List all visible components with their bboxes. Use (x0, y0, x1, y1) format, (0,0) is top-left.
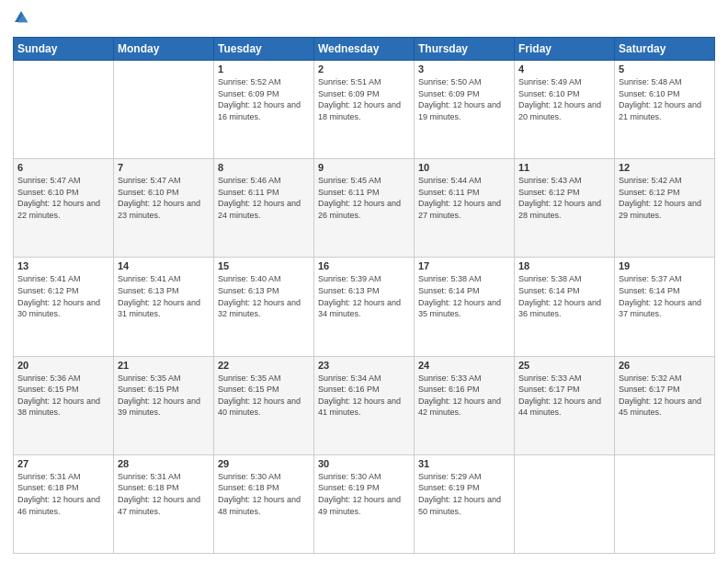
day-number: 1 (218, 63, 310, 75)
calendar-cell: 10Sunrise: 5:44 AMSunset: 6:11 PMDayligh… (415, 159, 515, 258)
day-number: 18 (518, 260, 610, 271)
calendar-cell: 18Sunrise: 5:38 AMSunset: 6:14 PMDayligh… (515, 258, 615, 356)
calendar-cell: 29Sunrise: 5:30 AMSunset: 6:18 PMDayligh… (214, 454, 314, 553)
day-info: Sunrise: 5:29 AMSunset: 6:19 PMDaylight:… (418, 471, 510, 517)
day-number: 20 (17, 360, 109, 371)
calendar-cell: 16Sunrise: 5:39 AMSunset: 6:13 PMDayligh… (314, 258, 415, 356)
day-info: Sunrise: 5:42 AMSunset: 6:12 PMDaylight:… (619, 175, 711, 221)
day-info: Sunrise: 5:30 AMSunset: 6:19 PMDaylight:… (318, 471, 410, 517)
calendar-cell: 4Sunrise: 5:49 AMSunset: 6:10 PMDaylight… (515, 61, 615, 159)
header (13, 9, 715, 29)
day-number: 2 (318, 63, 410, 75)
calendar-cell: 30Sunrise: 5:30 AMSunset: 6:19 PMDayligh… (314, 454, 415, 553)
day-info: Sunrise: 5:31 AMSunset: 6:18 PMDaylight:… (17, 471, 109, 517)
day-number: 10 (418, 162, 510, 173)
calendar-cell: 9Sunrise: 5:45 AMSunset: 6:11 PMDaylight… (314, 159, 415, 258)
day-info: Sunrise: 5:47 AMSunset: 6:10 PMDaylight:… (118, 175, 210, 221)
calendar-cell: 20Sunrise: 5:36 AMSunset: 6:15 PMDayligh… (14, 356, 114, 454)
day-number: 11 (518, 162, 610, 173)
day-number: 12 (619, 162, 711, 173)
day-number: 24 (418, 360, 510, 371)
day-info: Sunrise: 5:41 AMSunset: 6:12 PMDaylight:… (17, 273, 109, 319)
day-number: 14 (118, 260, 210, 271)
day-info: Sunrise: 5:44 AMSunset: 6:11 PMDaylight:… (418, 175, 510, 221)
col-header-sunday: Sunday (14, 38, 114, 61)
calendar-cell: 19Sunrise: 5:37 AMSunset: 6:14 PMDayligh… (615, 258, 715, 356)
day-info: Sunrise: 5:47 AMSunset: 6:10 PMDaylight:… (17, 175, 109, 221)
calendar-cell: 23Sunrise: 5:34 AMSunset: 6:16 PMDayligh… (314, 356, 415, 454)
header-row: SundayMondayTuesdayWednesdayThursdayFrid… (14, 38, 715, 61)
logo (13, 9, 33, 29)
day-number: 29 (218, 458, 310, 469)
day-number: 9 (318, 162, 410, 173)
day-number: 4 (518, 63, 610, 75)
day-info: Sunrise: 5:52 AMSunset: 6:09 PMDaylight:… (218, 76, 310, 122)
col-header-monday: Monday (114, 38, 214, 61)
week-row-3: 13Sunrise: 5:41 AMSunset: 6:12 PMDayligh… (14, 258, 715, 356)
day-info: Sunrise: 5:33 AMSunset: 6:16 PMDaylight:… (418, 373, 510, 419)
day-info: Sunrise: 5:39 AMSunset: 6:13 PMDaylight:… (318, 273, 410, 319)
calendar-cell: 25Sunrise: 5:33 AMSunset: 6:17 PMDayligh… (515, 356, 615, 454)
calendar-cell: 8Sunrise: 5:46 AMSunset: 6:11 PMDaylight… (214, 159, 314, 258)
day-info: Sunrise: 5:33 AMSunset: 6:17 PMDaylight:… (518, 373, 610, 419)
day-info: Sunrise: 5:32 AMSunset: 6:17 PMDaylight:… (619, 373, 711, 419)
day-info: Sunrise: 5:38 AMSunset: 6:14 PMDaylight:… (518, 273, 610, 319)
day-info: Sunrise: 5:50 AMSunset: 6:09 PMDaylight:… (418, 76, 510, 122)
col-header-tuesday: Tuesday (214, 38, 314, 61)
calendar-cell: 13Sunrise: 5:41 AMSunset: 6:12 PMDayligh… (14, 258, 114, 356)
day-number: 3 (418, 63, 510, 75)
calendar-cell: 22Sunrise: 5:35 AMSunset: 6:15 PMDayligh… (214, 356, 314, 454)
day-info: Sunrise: 5:34 AMSunset: 6:16 PMDaylight:… (318, 373, 410, 419)
day-info: Sunrise: 5:36 AMSunset: 6:15 PMDaylight:… (17, 373, 109, 419)
day-number: 15 (218, 260, 310, 271)
day-number: 8 (218, 162, 310, 173)
col-header-thursday: Thursday (415, 38, 515, 61)
calendar-cell: 3Sunrise: 5:50 AMSunset: 6:09 PMDaylight… (415, 61, 515, 159)
day-number: 28 (118, 458, 210, 469)
calendar-cell: 28Sunrise: 5:31 AMSunset: 6:18 PMDayligh… (114, 454, 214, 553)
day-number: 31 (418, 458, 510, 469)
day-number: 22 (218, 360, 310, 371)
week-row-1: 1Sunrise: 5:52 AMSunset: 6:09 PMDaylight… (14, 61, 715, 159)
calendar-cell: 12Sunrise: 5:42 AMSunset: 6:12 PMDayligh… (615, 159, 715, 258)
day-number: 26 (619, 360, 711, 371)
day-number: 17 (418, 260, 510, 271)
day-info: Sunrise: 5:48 AMSunset: 6:10 PMDaylight:… (619, 76, 711, 122)
day-info: Sunrise: 5:43 AMSunset: 6:12 PMDaylight:… (518, 175, 610, 221)
week-row-4: 20Sunrise: 5:36 AMSunset: 6:15 PMDayligh… (14, 356, 715, 454)
calendar-cell: 11Sunrise: 5:43 AMSunset: 6:12 PMDayligh… (515, 159, 615, 258)
week-row-5: 27Sunrise: 5:31 AMSunset: 6:18 PMDayligh… (14, 454, 715, 553)
day-info: Sunrise: 5:38 AMSunset: 6:14 PMDaylight:… (418, 273, 510, 319)
day-info: Sunrise: 5:45 AMSunset: 6:11 PMDaylight:… (318, 175, 410, 221)
calendar-cell: 15Sunrise: 5:40 AMSunset: 6:13 PMDayligh… (214, 258, 314, 356)
day-info: Sunrise: 5:30 AMSunset: 6:18 PMDaylight:… (218, 471, 310, 517)
day-info: Sunrise: 5:41 AMSunset: 6:13 PMDaylight:… (118, 273, 210, 319)
day-info: Sunrise: 5:35 AMSunset: 6:15 PMDaylight:… (118, 373, 210, 419)
calendar-cell (515, 454, 615, 553)
week-row-2: 6Sunrise: 5:47 AMSunset: 6:10 PMDaylight… (14, 159, 715, 258)
day-info: Sunrise: 5:49 AMSunset: 6:10 PMDaylight:… (518, 76, 610, 122)
day-number: 7 (118, 162, 210, 173)
day-number: 30 (318, 458, 410, 469)
calendar-table: SundayMondayTuesdayWednesdayThursdayFrid… (13, 37, 715, 554)
calendar-cell: 17Sunrise: 5:38 AMSunset: 6:14 PMDayligh… (415, 258, 515, 356)
calendar-cell (615, 454, 715, 553)
page: SundayMondayTuesdayWednesdayThursdayFrid… (0, 0, 728, 563)
calendar-cell: 24Sunrise: 5:33 AMSunset: 6:16 PMDayligh… (415, 356, 515, 454)
day-info: Sunrise: 5:46 AMSunset: 6:11 PMDaylight:… (218, 175, 310, 221)
col-header-saturday: Saturday (615, 38, 715, 61)
calendar-cell (14, 61, 114, 159)
calendar-cell: 26Sunrise: 5:32 AMSunset: 6:17 PMDayligh… (615, 356, 715, 454)
calendar-cell: 27Sunrise: 5:31 AMSunset: 6:18 PMDayligh… (14, 454, 114, 553)
day-info: Sunrise: 5:37 AMSunset: 6:14 PMDaylight:… (619, 273, 711, 319)
day-info: Sunrise: 5:35 AMSunset: 6:15 PMDaylight:… (218, 373, 310, 419)
calendar-cell: 2Sunrise: 5:51 AMSunset: 6:09 PMDaylight… (314, 61, 415, 159)
calendar-cell (114, 61, 214, 159)
calendar-cell: 7Sunrise: 5:47 AMSunset: 6:10 PMDaylight… (114, 159, 214, 258)
day-number: 13 (17, 260, 109, 271)
day-number: 5 (619, 63, 711, 75)
calendar-cell: 1Sunrise: 5:52 AMSunset: 6:09 PMDaylight… (214, 61, 314, 159)
day-number: 19 (619, 260, 711, 271)
day-number: 6 (17, 162, 109, 173)
calendar-cell: 31Sunrise: 5:29 AMSunset: 6:19 PMDayligh… (415, 454, 515, 553)
